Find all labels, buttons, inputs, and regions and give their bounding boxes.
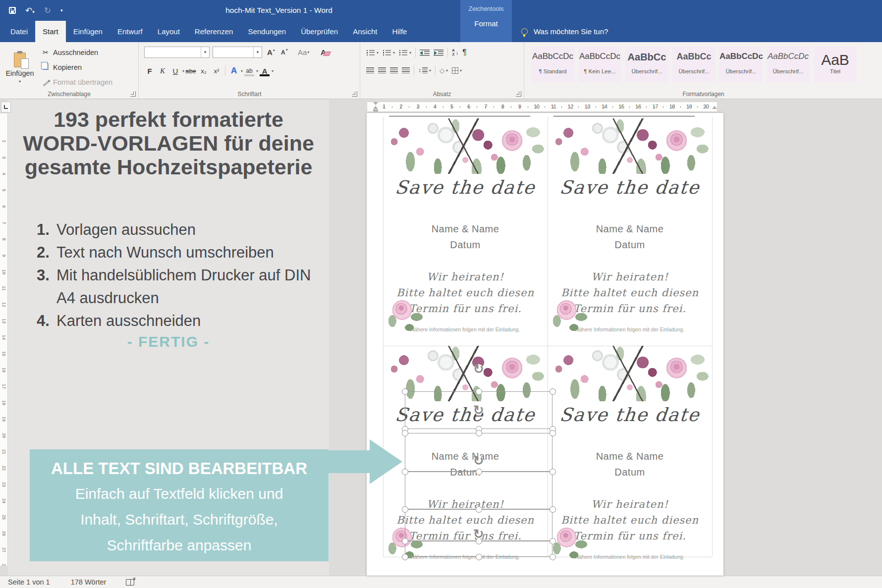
clear-formatting-button[interactable]: A: [321, 47, 326, 58]
selection-handle[interactable]: [402, 506, 408, 513]
tab-hilfe[interactable]: Hilfe: [385, 21, 414, 42]
selection-handle[interactable]: [402, 430, 408, 436]
superscript-button[interactable]: x²: [210, 64, 223, 77]
selection-handle[interactable]: [550, 538, 556, 544]
shading-button[interactable]: ◇▾: [438, 64, 450, 77]
style-standard[interactable]: AaBbCcDc¶ Standard: [531, 47, 574, 82]
highlight-button[interactable]: ab: [243, 64, 256, 77]
style-ueberschrift-3[interactable]: AaBbCcDcÜberschrif...: [719, 47, 763, 82]
show-paragraph-marks-button[interactable]: ¶: [460, 46, 469, 59]
underline-button[interactable]: U: [169, 64, 182, 77]
undo-icon[interactable]: ↶▾: [25, 6, 35, 15]
card-title[interactable]: Save the date: [547, 404, 714, 426]
paste-button[interactable]: Einfügen ▾: [4, 45, 36, 91]
font-size-combobox[interactable]: ▾: [213, 47, 262, 58]
horizontal-ruler[interactable]: 1234567891011121314151617181920: [367, 102, 717, 112]
tab-start[interactable]: Start: [35, 21, 66, 42]
page-indicator[interactable]: Seite 1 von 1: [8, 578, 50, 586]
align-right-button[interactable]: [388, 64, 400, 77]
card-title[interactable]: Save the date: [382, 177, 549, 198]
selection-handle[interactable]: [550, 554, 556, 560]
customize-qat-icon[interactable]: ▾: [60, 8, 63, 13]
card-name-text[interactable]: Name & Name: [548, 223, 712, 235]
shrink-font-button[interactable]: A▾: [281, 47, 288, 58]
subscript-button[interactable]: x₂: [197, 64, 210, 77]
word-count[interactable]: 178 Wörter: [71, 578, 107, 586]
change-case-button[interactable]: Aa▾: [298, 47, 309, 58]
tab-referenzen[interactable]: Referenzen: [187, 21, 241, 42]
selection-handle[interactable]: [550, 388, 556, 395]
tab-datei[interactable]: Datei: [3, 21, 35, 42]
card-date-text[interactable]: Datum: [383, 239, 548, 251]
save-the-date-card-2[interactable]: Save the date Name & Name Datum Wir heir…: [548, 117, 712, 346]
selection-handle[interactable]: [550, 469, 556, 475]
sort-button[interactable]: AZ ↓: [450, 46, 460, 59]
save-icon[interactable]: [9, 7, 16, 14]
grow-font-button[interactable]: A▴: [267, 47, 275, 58]
selection-handle[interactable]: [476, 469, 482, 475]
font-size-value[interactable]: [213, 47, 253, 57]
clipboard-dialog-launcher-icon[interactable]: [130, 91, 136, 97]
proofing-status-icon[interactable]: [126, 579, 134, 586]
font-name-value[interactable]: [145, 47, 201, 57]
font-name-dropdown-icon[interactable]: ▾: [201, 47, 209, 57]
line-spacing-button[interactable]: ↕▾: [416, 64, 433, 77]
tab-stop-selector[interactable]: [1, 102, 11, 112]
selection-handle[interactable]: [550, 430, 556, 436]
save-the-date-card-1[interactable]: Save the date Name & Name Datum Wir heir…: [383, 117, 548, 346]
bullets-button[interactable]: ▾: [364, 46, 381, 59]
tab-sendungen[interactable]: Sendungen: [240, 21, 293, 42]
font-size-dropdown-icon[interactable]: ▾: [253, 47, 262, 57]
card-title[interactable]: Save the date: [547, 177, 714, 198]
style-ueberschrift-1[interactable]: AaBbCcÜberschrif...: [625, 47, 668, 82]
selection-handle[interactable]: [476, 430, 482, 436]
cut-button[interactable]: ✂ Ausschneiden: [42, 46, 98, 59]
style-kein-leerraum[interactable]: AaBbCcDc¶ Kein Lee...: [578, 47, 621, 82]
rotate-handle-icon[interactable]: ↻: [471, 403, 486, 418]
selection-handle[interactable]: [476, 388, 482, 395]
selection-handle[interactable]: [402, 538, 408, 544]
increase-indent-button[interactable]: [432, 46, 445, 59]
font-name-combobox[interactable]: ▾: [144, 47, 210, 58]
tell-me-box[interactable]: Was möchten Sie tun?: [521, 21, 608, 42]
tab-ansicht[interactable]: Ansicht: [345, 21, 385, 42]
tab-layout[interactable]: Layout: [150, 21, 187, 42]
bold-button[interactable]: F: [143, 64, 156, 77]
textbox-selection-outline[interactable]: [405, 472, 552, 509]
hanging-indent-marker[interactable]: [373, 106, 378, 109]
rotate-handle-icon[interactable]: ↻: [471, 453, 486, 468]
style-titel[interactable]: AaBTitel: [814, 47, 857, 82]
text-effects-button[interactable]: A: [227, 64, 240, 77]
strikethrough-button[interactable]: abe: [184, 64, 197, 77]
tab-entwurf[interactable]: Entwurf: [110, 21, 150, 42]
style-ueberschrift-2[interactable]: AaBbCcÜberschrif...: [672, 47, 716, 82]
copy-button[interactable]: Kopieren: [42, 61, 82, 74]
card-name-text[interactable]: Name & Name: [383, 223, 548, 235]
selection-handle[interactable]: [402, 554, 408, 560]
italic-button[interactable]: K: [156, 64, 169, 77]
rotate-handle-icon[interactable]: ↻: [471, 527, 486, 541]
right-indent-marker[interactable]: [712, 106, 717, 109]
document-page[interactable]: Save the date Name & Name Datum Wir heir…: [367, 113, 723, 576]
borders-button[interactable]: ▾: [450, 64, 464, 77]
card-date-text[interactable]: Datum: [548, 239, 712, 251]
font-dialog-launcher-icon[interactable]: [352, 91, 357, 97]
selection-handle[interactable]: [476, 506, 482, 513]
justify-button[interactable]: [400, 64, 412, 77]
vertical-ruler[interactable]: 2345678910111213141516171819202122232425…: [0, 113, 8, 566]
font-color-button[interactable]: A: [258, 64, 271, 77]
tab-einfuegen[interactable]: Einfügen: [66, 21, 110, 42]
decrease-indent-button[interactable]: [418, 46, 432, 59]
format-painter-button[interactable]: Format übertragen: [42, 76, 112, 89]
selection-handle[interactable]: [402, 469, 408, 475]
selection-handle[interactable]: [402, 388, 408, 395]
selection-handle[interactable]: [550, 506, 556, 513]
style-ueberschrift-4[interactable]: AaBbCcDcÜberschrif...: [767, 47, 810, 82]
font-color-dropdown-icon[interactable]: ▾: [272, 69, 274, 73]
save-the-date-card-4[interactable]: Save the date Name & Name Datum Wir heir…: [548, 345, 712, 571]
align-center-button[interactable]: [376, 64, 388, 77]
rotate-handle-icon[interactable]: ↻: [471, 362, 486, 376]
first-line-indent-marker[interactable]: [373, 102, 378, 105]
paragraph-dialog-launcher-icon[interactable]: [516, 91, 521, 97]
redo-icon[interactable]: ↻: [44, 6, 51, 15]
